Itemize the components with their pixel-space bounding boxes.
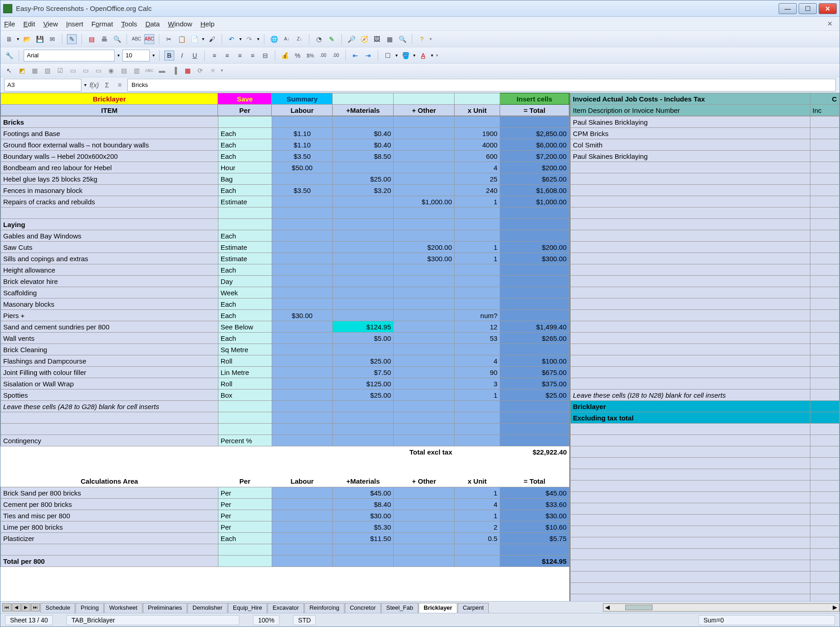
cell[interactable]: Wall vents [1,333,218,344]
cell[interactable]: $22,922.40 [500,446,569,458]
cell[interactable]: Percent % [218,435,272,446]
style-icon[interactable]: 🔧 [4,51,14,61]
cell[interactable] [333,435,394,446]
cell[interactable] [394,424,455,435]
edit-icon[interactable]: ✎ [67,34,77,44]
cell[interactable]: 4 [455,355,500,367]
invoice-cell[interactable]: Paul Skaines Bricklaying [571,151,810,162]
cell[interactable]: 12 [455,321,500,333]
invoice-cell[interactable] [571,355,810,367]
invoice-cell[interactable] [571,276,810,287]
invoice-cell[interactable] [810,173,839,185]
invoice-cell[interactable] [571,492,810,503]
invoice-cell[interactable] [810,185,839,196]
invoice-cell[interactable] [810,526,839,537]
invoice-cell[interactable] [810,321,839,333]
align-right-icon[interactable]: ≡ [235,51,245,61]
invoice-cell[interactable] [810,424,839,435]
shape11-icon[interactable]: ABC [144,66,154,76]
cell[interactable] [272,556,333,567]
cell[interactable] [394,544,455,556]
cell[interactable]: $7.50 [333,367,394,378]
dec-dec-icon[interactable]: .00 [331,51,341,61]
cell[interactable]: 1900 [455,128,500,139]
cell[interactable] [455,207,500,219]
horizontal-scrollbar[interactable]: ◀▶ [603,603,840,612]
invoice-cell[interactable] [571,242,810,253]
status-zoom[interactable]: 100% [253,615,279,625]
invoice-cell[interactable] [571,219,810,230]
cell[interactable] [394,173,455,185]
cell[interactable]: Sills and copings and extras [1,253,218,264]
invoice-cell[interactable] [571,173,810,185]
shape15-icon[interactable]: ⟳ [195,66,205,76]
cell[interactable] [1,446,218,458]
sort-desc-icon[interactable]: Z↓ [294,34,304,44]
cell[interactable]: $200.00 [500,162,569,173]
cell[interactable] [500,298,569,310]
invoice-cell[interactable] [571,446,810,458]
brush-icon[interactable]: 🖌 [207,34,217,44]
cell[interactable]: $100.00 [500,355,569,367]
invoice-cell[interactable] [571,583,810,594]
navigator-icon[interactable]: 🧭 [359,34,369,44]
cell[interactable]: $1,499.40 [500,321,569,333]
cell[interactable]: Hour [218,162,272,173]
shape2-icon[interactable]: ▦ [30,66,40,76]
invoice-cell[interactable]: Excluding tax total [571,412,810,424]
invoice-cell[interactable] [810,264,839,276]
cell[interactable]: Piers + [1,310,218,321]
shape4-icon[interactable]: ☑ [55,66,65,76]
cell[interactable] [218,458,272,476]
invoice-cell[interactable] [810,571,839,583]
invoice-cell[interactable] [571,196,810,207]
cell[interactable] [394,298,455,310]
cell[interactable]: $30.00 [500,510,569,521]
font-name-input[interactable] [24,50,115,61]
invoice-cell[interactable] [810,310,839,321]
tab-next-icon[interactable]: ▶ [21,603,30,612]
invoice-cell[interactable] [810,401,839,412]
cell[interactable] [500,344,569,355]
invoice-cell[interactable]: Col Smith [571,139,810,151]
cell[interactable]: 90 [455,367,500,378]
cell[interactable] [333,544,394,556]
cell[interactable] [500,435,569,446]
cell[interactable] [218,556,272,567]
cell[interactable]: Roll [218,378,272,389]
cell[interactable] [272,253,333,264]
invoice-cell[interactable] [810,230,839,242]
invoice-cell[interactable]: Paul Skaines Bricklaying [571,116,810,128]
cell[interactable]: 25 [455,173,500,185]
cell[interactable]: Estimate [218,196,272,207]
cell[interactable] [500,412,569,424]
menu-window[interactable]: Window [168,20,192,28]
cell[interactable]: Each [218,185,272,196]
invoice-cell[interactable] [810,207,839,219]
sheet-tab-pricing[interactable]: Pricing [76,603,104,613]
menu-help[interactable]: Help [200,20,214,28]
cell[interactable] [500,207,569,219]
cell[interactable]: Sand and cement sundries per 800 [1,321,218,333]
currency-icon[interactable]: 💰 [280,51,290,61]
cell[interactable]: 4 [455,162,500,173]
cell[interactable] [333,310,394,321]
cell[interactable]: + Other [394,476,455,487]
invoice-cell[interactable] [571,298,810,310]
tab-prev-icon[interactable]: ◀ [12,603,21,612]
invoice-cell[interactable] [810,116,839,128]
cell[interactable] [394,128,455,139]
dec-inc-icon[interactable]: .00 [318,51,328,61]
cell[interactable] [333,401,394,412]
invoice-cell[interactable] [810,276,839,287]
cell[interactable]: $25.00 [333,389,394,401]
cell[interactable] [272,458,333,476]
cell[interactable] [394,287,455,298]
window-close[interactable]: ✕ [819,3,837,14]
cell[interactable]: $5.75 [500,533,569,544]
invoice-cell[interactable] [571,230,810,242]
cell[interactable]: 1 [455,487,500,499]
cell[interactable]: See Below [218,321,272,333]
cell[interactable] [333,344,394,355]
cell[interactable]: $124.95 [500,556,569,567]
